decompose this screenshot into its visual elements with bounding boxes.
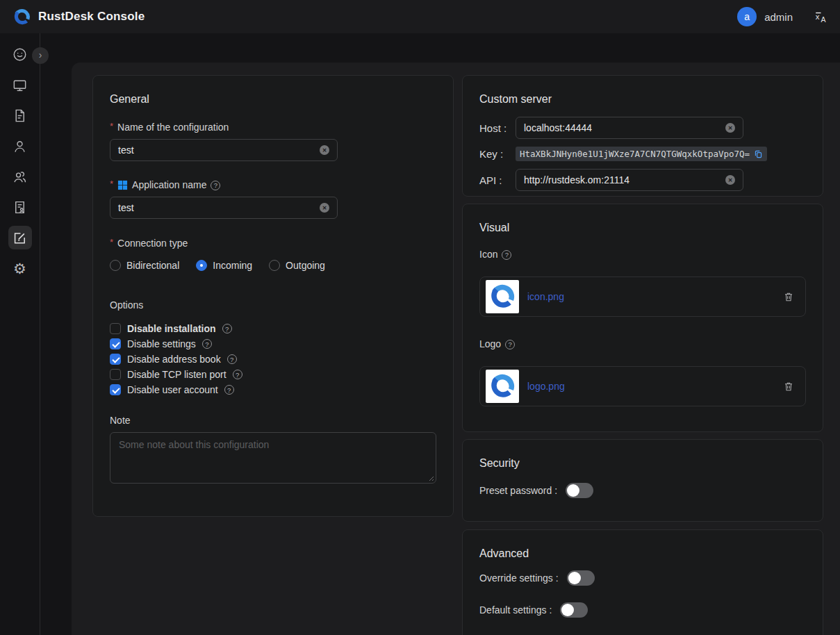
sidebar-item-devices[interactable] <box>8 73 32 97</box>
default-settings-toggle[interactable] <box>560 602 588 618</box>
user-icon <box>12 138 28 154</box>
config-name-label: Name of the configuration <box>110 121 436 134</box>
preset-password-toggle[interactable] <box>566 483 593 498</box>
smiley-dashboard-icon <box>12 47 28 63</box>
document-icon <box>12 108 28 124</box>
checkbox-disable-installation[interactable]: Disable installation <box>110 321 436 336</box>
key-row: Key : HtaXBkJNHyn0e1U1jWXze7A7CN7QTGWqxk… <box>479 147 806 161</box>
clear-icon[interactable] <box>725 123 735 133</box>
radio-incoming[interactable]: Incoming <box>196 260 252 271</box>
icon-file-link[interactable]: icon.png <box>527 291 564 302</box>
windows-icon <box>117 180 128 190</box>
trash-icon[interactable] <box>783 381 794 392</box>
checkbox-box[interactable] <box>110 338 121 349</box>
default-settings-row: Default settings : <box>479 602 806 618</box>
sidebar-item-user[interactable] <box>8 134 32 158</box>
users-group-icon <box>12 169 28 185</box>
user-name[interactable]: admin <box>764 11 793 23</box>
checkbox-disable-tcp-listen-port[interactable]: Disable TCP listen port <box>110 367 436 382</box>
clear-icon[interactable] <box>725 175 735 185</box>
radio-bidirectional[interactable]: Bidirectional <box>110 260 179 271</box>
connection-type-label: Connection type <box>110 237 436 250</box>
general-card-title: General <box>110 92 436 106</box>
key-label: Key : <box>479 148 516 160</box>
sidebar-item-documents[interactable] <box>8 104 32 127</box>
checkbox-disable-user-account[interactable]: Disable user account <box>110 382 436 397</box>
app-title: RustDesk Console <box>38 10 145 24</box>
key-chip: HtaXBkJNHyn0e1U1jWXze7A7CN7QTGWqxkOtpaVp… <box>516 147 767 161</box>
config-name-value: test <box>118 145 134 156</box>
help-icon[interactable] <box>202 339 212 349</box>
checkbox-disable-settings[interactable]: Disable settings <box>110 336 436 352</box>
sidebar-item-audit[interactable] <box>8 195 32 219</box>
icon-upload-row: icon.png <box>479 277 806 317</box>
help-icon[interactable] <box>505 340 515 349</box>
custom-server-title: Custom server <box>479 92 806 106</box>
logo-upload-row: logo.png <box>479 366 806 406</box>
help-icon[interactable] <box>233 370 242 379</box>
sidebar-item-console[interactable] <box>8 226 32 249</box>
brand: RustDesk Console <box>13 8 145 26</box>
logo-label: Logo <box>479 338 806 351</box>
sidebar-item-settings[interactable]: ⚙ <box>8 256 32 280</box>
clear-icon[interactable] <box>320 203 329 213</box>
main-panel: General Name of the configuration test <box>72 63 840 635</box>
api-label: API : <box>479 174 516 186</box>
trash-icon[interactable] <box>783 291 794 302</box>
rustdesk-console-app: RustDesk Console a admin x A <box>0 0 840 635</box>
radio-outgoing[interactable]: Outgoing <box>269 260 325 271</box>
note-textarea[interactable]: Some note about this configuration <box>110 432 436 484</box>
checkbox-box[interactable] <box>110 369 121 380</box>
icon-label: Icon <box>479 248 806 261</box>
required-asterisk <box>110 237 113 250</box>
host-row: Host : localhost:44444 <box>479 117 806 139</box>
svg-text:x: x <box>816 13 820 21</box>
advanced-card: Advanced Override settings : Default set… <box>462 529 823 635</box>
sidebar-item-smiley[interactable] <box>8 42 32 66</box>
clear-icon[interactable] <box>320 145 329 155</box>
icon-thumbnail <box>486 280 519 313</box>
logo-file-link[interactable]: logo.png <box>527 381 565 392</box>
config-name-input[interactable]: test <box>110 139 338 161</box>
help-icon[interactable] <box>227 354 237 364</box>
radio-circle[interactable] <box>110 260 121 271</box>
override-settings-row: Override settings : <box>479 570 806 586</box>
copy-icon[interactable] <box>754 149 763 158</box>
language-translate-icon[interactable]: x A <box>814 10 827 24</box>
resize-grip[interactable] <box>427 475 434 481</box>
checkbox-disable-address-book[interactable]: Disable address book <box>110 352 436 367</box>
checkbox-box[interactable] <box>110 384 121 395</box>
help-icon[interactable] <box>211 181 220 190</box>
security-card: Security Preset password : <box>462 439 823 522</box>
host-input[interactable]: localhost:44444 <box>516 117 743 139</box>
sidebar-expand-button[interactable] <box>32 47 49 64</box>
required-asterisk <box>110 121 113 134</box>
sidebar-item-groups[interactable] <box>8 165 32 188</box>
visual-card: Visual Icon icon.png <box>462 204 823 432</box>
help-icon[interactable] <box>502 250 511 260</box>
security-title: Security <box>479 456 806 470</box>
preset-password-row: Preset password : <box>479 482 806 499</box>
application-name-input[interactable]: test <box>110 197 338 219</box>
override-settings-toggle[interactable] <box>567 570 595 586</box>
host-value: localhost:44444 <box>524 122 592 133</box>
radio-circle[interactable] <box>269 260 280 271</box>
radio-circle[interactable] <box>196 260 207 271</box>
rustdesk-logo-icon <box>13 8 31 26</box>
connection-type-radios: Bidirectional Incoming Outgoing <box>110 260 436 271</box>
audit-log-icon <box>12 199 28 215</box>
help-icon[interactable] <box>222 324 232 333</box>
svg-text:A: A <box>821 16 825 24</box>
checkbox-box[interactable] <box>110 354 121 365</box>
top-bar: RustDesk Console a admin x A <box>0 0 840 33</box>
visual-title: Visual <box>479 221 806 234</box>
checkbox-box[interactable] <box>110 323 121 334</box>
override-settings-label: Override settings : <box>479 572 559 584</box>
help-icon[interactable] <box>224 385 234 395</box>
custom-server-card: Custom server Host : localhost:44444 Key… <box>462 75 823 197</box>
note-label: Note <box>110 414 436 427</box>
advanced-title: Advanced <box>479 547 806 560</box>
api-input[interactable]: http://rustdesk.om:21114 <box>516 169 743 191</box>
user-avatar[interactable]: a <box>737 7 757 26</box>
options-checkbox-list: Disable installation Disable settings Di… <box>110 321 436 397</box>
